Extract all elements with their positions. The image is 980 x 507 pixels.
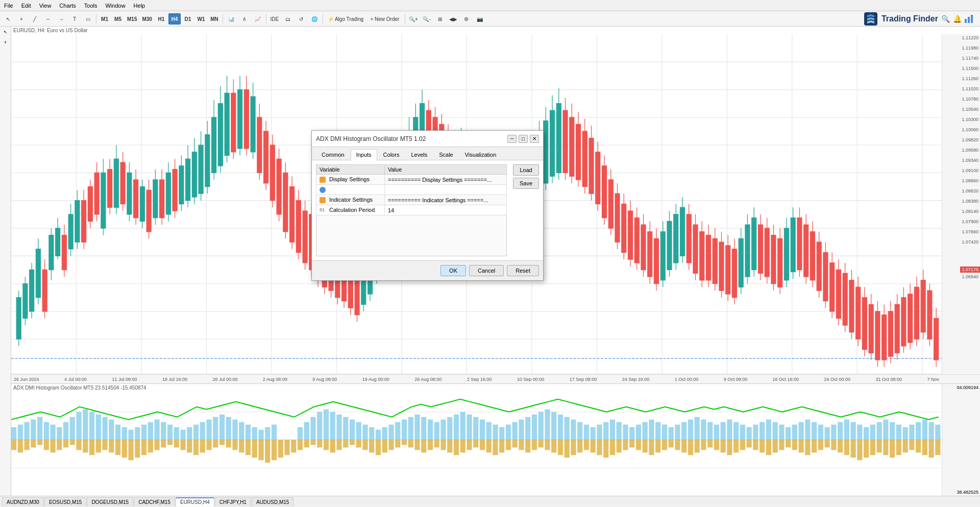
svg-rect-486: [213, 440, 218, 448]
svg-rect-518: [421, 440, 426, 453]
menu-tools[interactable]: Tools: [82, 2, 100, 10]
menu-help[interactable]: Help: [132, 2, 148, 10]
svg-rect-573: [779, 440, 784, 450]
tab-audnzd-m30[interactable]: AUDNZD,M30: [2, 497, 44, 506]
tf-h1[interactable]: H1: [155, 13, 167, 25]
chart-zoom-btn[interactable]: ⊞: [434, 13, 446, 25]
svg-rect-534: [525, 440, 530, 453]
dialog-tabs: Common Inputs Colors Levels Scale Visual…: [312, 147, 543, 160]
hline-tool[interactable]: ─: [42, 13, 54, 25]
left-cursor[interactable]: ↖: [1, 28, 10, 37]
oscillator-chart[interactable]: ADX DMI Histogram Oscillator MT5 23.5145…: [11, 384, 942, 496]
algo-trading-btn[interactable]: ⚡ Algo Trading: [325, 13, 366, 25]
tab-audusd-m15[interactable]: AUDUSD,M15: [252, 497, 293, 506]
svg-rect-591: [896, 440, 901, 455]
cursor-tool[interactable]: ↖: [2, 13, 14, 25]
line-tool[interactable]: ╱: [29, 13, 41, 25]
dialog-minimize-btn[interactable]: ─: [507, 135, 517, 143]
menu-view[interactable]: View: [37, 2, 54, 10]
svg-rect-536: [538, 440, 544, 448]
zoom-in-btn[interactable]: 🔍+: [407, 13, 420, 25]
tab-eosusd-m15[interactable]: EOSUSD,M15: [44, 497, 86, 506]
svg-rect-592: [903, 440, 908, 453]
tab-colors[interactable]: Colors: [378, 149, 405, 160]
svg-rect-560: [695, 440, 700, 453]
svg-rect-543: [584, 440, 589, 450]
arrow-tool[interactable]: →: [55, 13, 67, 25]
shapes-tool[interactable]: ▭: [82, 13, 94, 25]
svg-rect-556: [669, 440, 674, 448]
load-button[interactable]: Load: [513, 164, 539, 176]
date-label-6: 2 Aug 08:00: [263, 377, 287, 382]
svg-rect-464: [70, 440, 75, 445]
chart-scroll-btn[interactable]: ◀▶: [447, 13, 459, 25]
new-order-btn[interactable]: + New Order: [367, 13, 403, 25]
dialog-restore-btn[interactable]: □: [519, 135, 528, 143]
settings-dialog[interactable]: ADX DMI Histogram Oscillator MT5 1.02 ─ …: [311, 130, 544, 281]
screenshot-btn[interactable]: 📷: [474, 13, 486, 25]
svg-rect-443: [864, 427, 869, 440]
ok-button[interactable]: OK: [440, 265, 466, 276]
table-row-indicator[interactable]: Indicator Settings ========== Indicator …: [316, 195, 507, 205]
refresh-btn[interactable]: ↺: [295, 13, 307, 25]
menu-charts[interactable]: Charts: [57, 2, 78, 10]
globe-btn[interactable]: 🌐: [308, 13, 321, 25]
cancel-button[interactable]: Cancel: [469, 265, 504, 276]
table-row-period[interactable]: 01 Calculation Period 14: [316, 205, 507, 215]
svg-rect-359: [317, 412, 322, 440]
svg-rect-516: [408, 440, 413, 448]
tab-common[interactable]: Common: [316, 149, 350, 160]
chart-type-bars[interactable]: 📊: [225, 13, 237, 25]
svg-rect-552: [643, 440, 648, 453]
tf-d1[interactable]: D1: [182, 13, 194, 25]
tab-levels[interactable]: Levels: [405, 149, 433, 160]
tab-cadchf-m15[interactable]: CADCHF,M15: [134, 497, 175, 506]
tab-visualization[interactable]: Visualization: [459, 149, 502, 160]
chart-settings-btn[interactable]: ⚙: [460, 13, 473, 25]
tab-dogeusd-m15[interactable]: DOGEUSD,M15: [87, 497, 133, 506]
svg-rect-419: [707, 422, 713, 440]
indicators-btn[interactable]: IDE: [268, 13, 281, 25]
table-row-theme[interactable]: Chart Theme Light: [316, 185, 507, 195]
crosshair-tool[interactable]: +: [15, 13, 28, 25]
zoom-out-btn[interactable]: 🔍-: [421, 13, 433, 25]
tab-scale[interactable]: Scale: [433, 149, 459, 160]
svg-rect-347: [219, 415, 225, 440]
tf-m1[interactable]: M1: [99, 13, 111, 25]
chart-type-line[interactable]: 📈: [252, 13, 264, 25]
svg-rect-490: [239, 440, 244, 453]
tab-eurusd-h4[interactable]: EURUSD,H4: [176, 497, 214, 506]
reset-button[interactable]: Reset: [507, 265, 539, 276]
chart-type-candles[interactable]: 🕯: [238, 13, 251, 25]
svg-rect-500: [304, 440, 309, 448]
tf-h4[interactable]: H4: [168, 13, 181, 25]
tf-m30[interactable]: M30: [140, 13, 154, 25]
svg-rect-574: [786, 440, 791, 448]
svg-rect-351: [246, 425, 251, 440]
tf-m5[interactable]: M5: [112, 13, 124, 25]
date-label-16: 16 Oct 16:00: [773, 377, 799, 382]
tab-inputs[interactable]: Inputs: [351, 149, 377, 160]
templates-btn[interactable]: 🗂: [282, 13, 294, 25]
menu-file[interactable]: File: [2, 2, 15, 10]
svg-rect-318: [31, 420, 36, 440]
tf-notification-btn[interactable]: 🔔: [953, 15, 962, 23]
svg-rect-406: [623, 425, 628, 440]
save-button[interactable]: Save: [513, 178, 539, 189]
menu-window[interactable]: Window: [103, 2, 127, 10]
svg-rect-539: [558, 440, 563, 455]
tf-w1[interactable]: W1: [195, 13, 207, 25]
tf-mn[interactable]: MN: [208, 13, 220, 25]
svg-rect-324: [70, 417, 75, 440]
inputs-table: Variable Value Display Settings ========…: [316, 164, 507, 215]
text-tool[interactable]: T: [68, 13, 81, 25]
table-row-display[interactable]: Display Settings ========== Display Sett…: [316, 175, 507, 185]
tf-search-btn[interactable]: 🔍: [941, 15, 950, 23]
svg-rect-415: [681, 422, 687, 440]
menu-edit[interactable]: Edit: [19, 2, 33, 10]
tf-m15[interactable]: M15: [125, 13, 139, 25]
left-cross[interactable]: +: [1, 38, 10, 47]
svg-rect-341: [180, 430, 185, 440]
dialog-close-btn[interactable]: ✕: [530, 135, 539, 143]
tab-chfjpy-h1[interactable]: CHFJPY,H1: [215, 497, 251, 506]
